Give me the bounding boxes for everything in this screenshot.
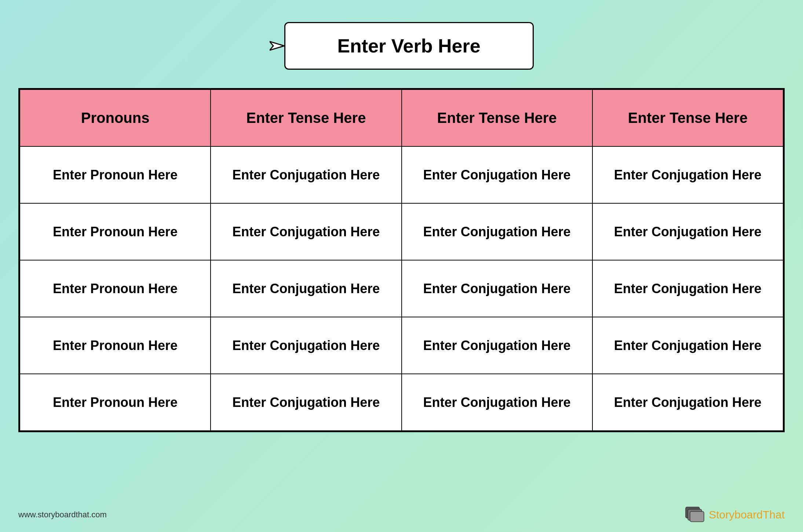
cell-pronoun-1[interactable]: Enter Pronoun Here xyxy=(20,203,211,260)
verb-box-area: Enter Verb Here xyxy=(270,22,534,70)
cell-conj3-1[interactable]: Enter Conjugation Here xyxy=(592,203,783,260)
speech-tail-icon xyxy=(270,39,284,53)
cell-pronoun-4[interactable]: Enter Pronoun Here xyxy=(20,374,211,431)
cell-conj2-3[interactable]: Enter Conjugation Here xyxy=(402,317,592,374)
svg-rect-3 xyxy=(690,511,704,522)
logo-text: StoryboardThat xyxy=(709,509,785,521)
cell-conj2-1[interactable]: Enter Conjugation Here xyxy=(402,203,592,260)
table-header-row: Pronouns Enter Tense Here Enter Tense He… xyxy=(20,90,783,146)
table-row[interactable]: Enter Pronoun HereEnter Conjugation Here… xyxy=(20,203,783,260)
cell-conj2-2[interactable]: Enter Conjugation Here xyxy=(402,260,592,317)
logo: StoryboardThat xyxy=(685,506,785,523)
logo-main: Storyboard xyxy=(709,509,763,521)
storyboard-logo-icon xyxy=(685,506,705,523)
header-tense2: Enter Tense Here xyxy=(402,90,592,146)
footer-url: www.storyboardthat.com xyxy=(18,510,107,520)
cell-conj3-3[interactable]: Enter Conjugation Here xyxy=(592,317,783,374)
cell-conj3-0[interactable]: Enter Conjugation Here xyxy=(592,146,783,203)
header-tense3: Enter Tense Here xyxy=(592,90,783,146)
cell-conj1-3[interactable]: Enter Conjugation Here xyxy=(211,317,401,374)
footer: www.storyboardthat.com StoryboardThat xyxy=(18,506,785,523)
cell-conj1-2[interactable]: Enter Conjugation Here xyxy=(211,260,401,317)
cell-pronoun-2[interactable]: Enter Pronoun Here xyxy=(20,260,211,317)
table-row[interactable]: Enter Pronoun HereEnter Conjugation Here… xyxy=(20,317,783,374)
cell-conj2-0[interactable]: Enter Conjugation Here xyxy=(402,146,592,203)
cell-conj1-1[interactable]: Enter Conjugation Here xyxy=(211,203,401,260)
cell-pronoun-0[interactable]: Enter Pronoun Here xyxy=(20,146,211,203)
table-row[interactable]: Enter Pronoun HereEnter Conjugation Here… xyxy=(20,374,783,431)
table-row[interactable]: Enter Pronoun HereEnter Conjugation Here… xyxy=(20,146,783,203)
verb-box[interactable]: Enter Verb Here xyxy=(284,22,534,70)
cell-pronoun-3[interactable]: Enter Pronoun Here xyxy=(20,317,211,374)
cell-conj3-2[interactable]: Enter Conjugation Here xyxy=(592,260,783,317)
cell-conj2-4[interactable]: Enter Conjugation Here xyxy=(402,374,592,431)
verb-label: Enter Verb Here xyxy=(337,35,480,57)
cell-conj3-4[interactable]: Enter Conjugation Here xyxy=(592,374,783,431)
header-pronouns: Pronouns xyxy=(20,90,211,146)
cell-conj1-0[interactable]: Enter Conjugation Here xyxy=(211,146,401,203)
header-tense1: Enter Tense Here xyxy=(211,90,401,146)
logo-accent: That xyxy=(763,509,785,521)
table-row[interactable]: Enter Pronoun HereEnter Conjugation Here… xyxy=(20,260,783,317)
svg-marker-0 xyxy=(270,41,284,50)
cell-conj1-4[interactable]: Enter Conjugation Here xyxy=(211,374,401,431)
conjugation-table: Pronouns Enter Tense Here Enter Tense He… xyxy=(18,88,785,432)
